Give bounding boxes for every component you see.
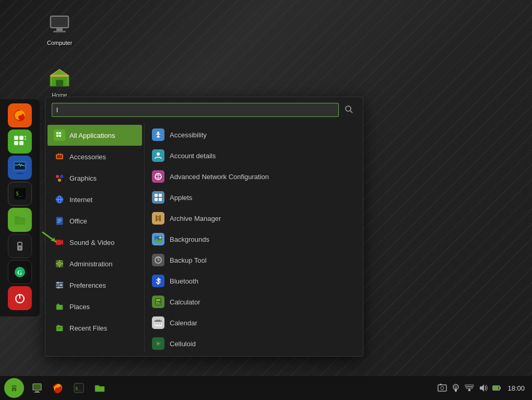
sidebar-sysinfo-btn[interactable] (8, 156, 32, 180)
app-archive-manager[interactable]: Archive Manager (145, 208, 363, 229)
taskbar-terminal-btn[interactable]: $_ (69, 378, 89, 398)
svg-point-55 (57, 282, 59, 284)
sidebar-terminal-btn[interactable]: $_ (8, 182, 32, 206)
applets-label: Applets (170, 194, 192, 202)
category-recent-files[interactable]: Recent Files (48, 317, 142, 338)
desktop: Computer Home (0, 0, 532, 400)
sidebar-shutdown-btn[interactable] (8, 286, 32, 310)
sidebar-firefox-btn[interactable] (8, 103, 32, 127)
category-preferences[interactable]: Preferences (48, 275, 142, 296)
sidebar-dock: $_ G (0, 99, 40, 316)
sidebar-grammarly-btn[interactable]: G (8, 260, 32, 284)
svg-rect-13 (25, 138, 26, 140)
administration-icon (54, 258, 65, 269)
backup-tool-label: Backup Tool (170, 256, 207, 264)
svg-point-34 (56, 175, 59, 178)
category-accessories[interactable]: Accessories (48, 146, 142, 167)
sidebar-lock-btn[interactable] (8, 234, 32, 258)
backup-tool-icon (152, 254, 164, 266)
svg-rect-78 (156, 302, 157, 303)
svg-rect-9 (19, 136, 23, 140)
svg-rect-88 (156, 323, 157, 324)
svg-rect-114 (493, 386, 499, 390)
calendar-icon (152, 316, 164, 329)
taskbar-firefox-btn[interactable] (48, 378, 68, 398)
category-all-applications-label: All Applications (69, 132, 115, 139)
svg-rect-11 (19, 141, 23, 145)
svg-rect-85 (155, 320, 162, 322)
menu-body: All Applications Accessories (45, 122, 363, 352)
taskbar-clock[interactable]: 18:00 (504, 384, 528, 392)
app-backup-tool[interactable]: Backup Tool (145, 250, 363, 270)
show-desktop-button[interactable] (27, 378, 47, 398)
category-internet[interactable]: Internet (48, 189, 142, 210)
app-calendar[interactable]: Calendar (145, 312, 363, 333)
sidebar-files-btn[interactable] (8, 208, 32, 232)
svg-rect-96 (33, 384, 41, 390)
svg-text:$_: $_ (75, 386, 81, 391)
svg-rect-86 (157, 320, 158, 321)
preferences-icon (54, 279, 65, 291)
app-advanced-network[interactable]: Advanced Network Configuration (145, 166, 363, 187)
svg-rect-106 (455, 389, 457, 392)
app-account-details[interactable]: Account details (145, 145, 363, 166)
search-input[interactable] (52, 103, 339, 117)
recent-files-icon (54, 322, 65, 334)
app-menu: All Applications Accessories (45, 97, 363, 357)
app-bluetooth[interactable]: Bluetooth (145, 270, 363, 291)
svg-rect-32 (57, 155, 62, 158)
app-celluloid[interactable]: Celluloid (145, 333, 363, 352)
sidebar-appgrid-btn[interactable] (8, 130, 32, 154)
tray-screenshot-icon[interactable] (436, 382, 448, 394)
svg-rect-67 (159, 198, 162, 201)
svg-point-74 (159, 237, 161, 239)
bluetooth-icon (152, 275, 164, 287)
svg-point-60 (157, 132, 159, 134)
accessories-icon (54, 151, 65, 162)
graphics-icon (54, 172, 65, 184)
svg-rect-87 (159, 320, 160, 321)
arrow-indicator (38, 227, 58, 248)
desktop-icon-home[interactable]: Home (44, 62, 75, 101)
category-all-applications[interactable]: All Applications (48, 125, 142, 146)
tray-vpn-icon[interactable] (450, 382, 462, 394)
tray-battery-icon[interactable] (491, 382, 502, 394)
svg-text:G: G (17, 269, 22, 276)
app-accessibility[interactable]: Accessibility (145, 124, 363, 145)
svg-rect-58 (57, 327, 62, 328)
svg-rect-15 (15, 163, 25, 169)
app-calculator[interactable]: Calculator (145, 291, 363, 312)
archive-manager-icon (152, 212, 164, 225)
category-administration[interactable]: Administration (48, 253, 142, 274)
app-backgrounds[interactable]: Backgrounds (145, 229, 363, 250)
svg-rect-27 (56, 132, 58, 134)
mint-menu-button[interactable] (4, 378, 24, 398)
taskbar: $_ (0, 376, 532, 400)
taskbar-files-btn[interactable] (90, 378, 110, 398)
apps-panel: Accessibility Account details (145, 122, 363, 352)
app-applets[interactable]: Applets (145, 187, 363, 208)
svg-rect-66 (155, 198, 158, 201)
search-button[interactable] (342, 102, 357, 117)
tray-network-icon[interactable] (464, 382, 475, 394)
svg-rect-8 (14, 136, 18, 140)
svg-rect-71 (157, 218, 159, 219)
tray-volume-icon[interactable] (477, 382, 489, 394)
category-graphics[interactable]: Graphics (48, 168, 142, 189)
desktop-icon-computer[interactable]: Computer (44, 9, 75, 49)
svg-point-36 (58, 179, 61, 182)
category-administration-label: Administration (69, 260, 112, 268)
places-icon (54, 301, 65, 312)
account-details-label: Account details (170, 152, 216, 160)
svg-line-26 (350, 111, 352, 113)
svg-rect-17 (16, 173, 23, 174)
category-office-label: Office (69, 217, 87, 225)
category-places[interactable]: Places (48, 296, 142, 317)
svg-rect-82 (158, 303, 159, 304)
taskbar-left: $_ (0, 378, 110, 398)
svg-rect-5 (56, 80, 63, 86)
svg-point-104 (441, 386, 444, 390)
calculator-label: Calculator (170, 298, 200, 306)
home-folder-icon (47, 65, 72, 90)
category-places-label: Places (69, 303, 90, 311)
